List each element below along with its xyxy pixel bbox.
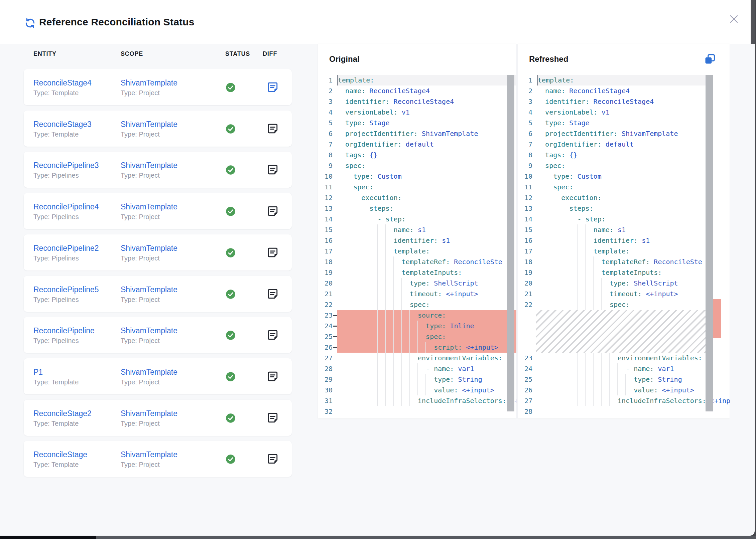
scope-link[interactable]: ShivamTemplate — [121, 160, 177, 170]
code-line: 5type: Stage — [518, 118, 706, 128]
line-number: 17 — [318, 246, 337, 256]
refresh-icon — [24, 17, 36, 29]
line-number: 20 — [318, 278, 337, 289]
code-line: 21timeout: <+input> — [518, 289, 706, 299]
entity-link[interactable]: ReconcileStage2 — [33, 408, 92, 418]
diff-button[interactable] — [266, 81, 279, 94]
line-number: 32 — [318, 406, 337, 417]
code-line: 20type: ShellScript — [518, 278, 706, 289]
code-line: 30value: <+input> — [318, 385, 516, 395]
code-line: 28- name: var1 — [318, 363, 516, 374]
original-yaml-editor[interactable]: 1template:2name: ReconcileStage43identif… — [318, 75, 516, 418]
diff-note-icon — [267, 89, 279, 94]
diff-button[interactable] — [266, 453, 279, 466]
code-line: 31includeInfraSelectors: <+input> — [318, 395, 516, 406]
original-panel: Original 1template:2name: ReconcileStage… — [318, 44, 516, 418]
code-line: 11spec: — [518, 182, 706, 192]
entity-link[interactable]: ReconcileStage3 — [33, 119, 92, 129]
line-number: 4 — [518, 107, 537, 118]
removed-line-dash — [333, 336, 337, 337]
diff-button[interactable] — [266, 164, 279, 176]
entity-link[interactable]: ReconcilePipeline5 — [33, 285, 99, 295]
line-number: 9 — [318, 160, 337, 171]
line-number: 5 — [318, 118, 337, 128]
diff-note-icon — [267, 131, 279, 136]
diff-note-icon — [267, 296, 279, 301]
diff-button[interactable] — [266, 246, 279, 259]
code-line: 22spec: — [518, 299, 706, 310]
diff-button[interactable] — [266, 205, 279, 218]
close-button[interactable] — [727, 13, 741, 26]
code-line: 24type: Inline — [318, 321, 516, 331]
code-line: 16identifier: s1 — [518, 235, 706, 246]
code-line: 13steps: — [518, 203, 706, 214]
code-line: 8tags: {} — [518, 150, 706, 160]
line-number: 22 — [318, 299, 337, 310]
line-number: 3 — [518, 96, 537, 107]
entity-type-label: Type: Pipelines — [33, 295, 79, 304]
diff-button[interactable] — [266, 370, 279, 383]
table-row: ReconcileStage2 Type: Template ShivamTem… — [24, 400, 292, 436]
scope-link[interactable]: ShivamTemplate — [121, 243, 177, 253]
line-number: 7 — [518, 139, 537, 150]
line-number: 28 — [518, 406, 537, 417]
diff-button[interactable] — [266, 412, 279, 424]
entity-link[interactable]: ReconcileStage4 — [33, 78, 92, 88]
scope-link[interactable]: ShivamTemplate — [121, 285, 177, 295]
scope-type-label: Type: Project — [121, 419, 160, 428]
entity-link[interactable]: P1 — [33, 367, 43, 377]
code-line: 16identifier: s1 — [318, 235, 516, 246]
diff-note-icon — [267, 172, 279, 177]
diff-button[interactable] — [266, 288, 279, 301]
code-line: 9spec: — [518, 160, 706, 171]
status-success-icon — [226, 206, 236, 216]
line-number: 15 — [318, 224, 337, 235]
line-number: 20 — [518, 278, 537, 289]
scope-link[interactable]: ShivamTemplate — [121, 326, 177, 336]
scope-link[interactable]: ShivamTemplate — [121, 450, 177, 460]
code-line: 1template: — [518, 75, 706, 85]
scope-link[interactable]: ShivamTemplate — [121, 119, 177, 129]
line-number: 11 — [518, 182, 537, 192]
line-number: 7 — [318, 139, 337, 150]
entity-link[interactable]: ReconcileStage — [33, 450, 87, 460]
scope-link[interactable]: ShivamTemplate — [121, 202, 177, 212]
entity-link[interactable]: ReconcilePipeline4 — [33, 202, 99, 212]
table-row: ReconcileStage4 Type: Template ShivamTem… — [24, 69, 292, 105]
diff-button[interactable] — [266, 329, 279, 342]
entity-link[interactable]: ReconcilePipeline — [33, 326, 95, 336]
code-line: 19templateInputs: — [318, 267, 516, 278]
line-number: 12 — [518, 192, 537, 203]
diff-overview-marker — [713, 299, 721, 338]
refreshed-editor-scrollbar[interactable] — [706, 75, 713, 411]
diff-button[interactable] — [266, 123, 279, 135]
window-scrollbar-bottom-thumb[interactable] — [96, 536, 756, 539]
entity-type-label: Type: Pipelines — [33, 336, 79, 345]
entity-link[interactable]: ReconcilePipeline2 — [33, 243, 99, 253]
line-number: 5 — [518, 118, 537, 128]
line-number: 23 — [518, 353, 537, 363]
code-line: 23source: — [318, 310, 516, 321]
code-line: 20type: ShellScript — [318, 278, 516, 289]
status-success-icon — [226, 124, 236, 134]
column-header-status: STATUS — [225, 50, 250, 57]
code-line: 14- step: — [518, 214, 706, 224]
line-number: 27 — [518, 395, 537, 406]
code-line: 4versionLabel: v1 — [318, 107, 516, 118]
table-row: ReconcilePipeline4 Type: Pipelines Shiva… — [24, 193, 292, 229]
line-number: 12 — [318, 192, 337, 203]
line-number: 25 — [518, 374, 537, 385]
scope-type-label: Type: Project — [121, 377, 160, 387]
line-number: 10 — [518, 171, 537, 182]
original-editor-scrollbar[interactable] — [507, 75, 514, 411]
window-scrollbar-right[interactable] — [751, 0, 755, 44]
copy-button[interactable] — [703, 53, 717, 66]
original-panel-title: Original — [329, 54, 360, 64]
scope-link[interactable]: ShivamTemplate — [121, 367, 177, 377]
scope-link[interactable]: ShivamTemplate — [121, 408, 177, 418]
code-line: 17template: — [518, 246, 706, 256]
scope-link[interactable]: ShivamTemplate — [121, 78, 177, 88]
line-number: 22 — [518, 299, 537, 310]
refreshed-yaml-editor[interactable]: 1template:2name: ReconcileStage43identif… — [518, 75, 730, 418]
entity-link[interactable]: ReconcilePipeline3 — [33, 160, 99, 170]
